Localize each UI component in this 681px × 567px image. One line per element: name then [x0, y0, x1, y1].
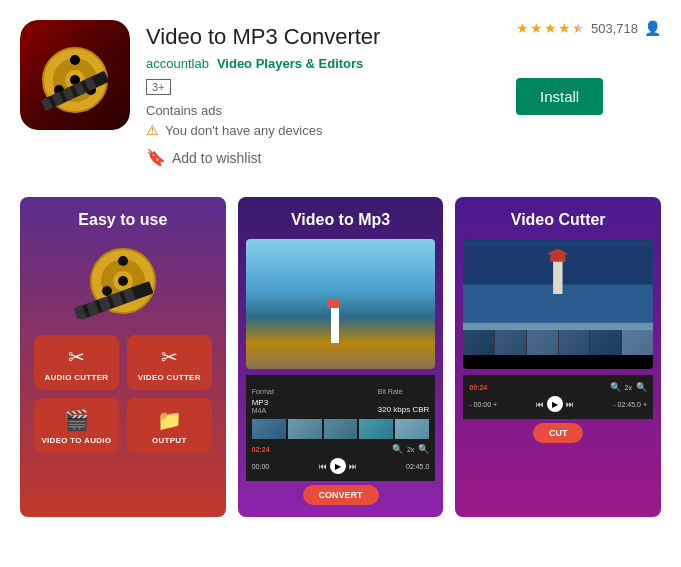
cut-button[interactable]: CUT — [533, 423, 584, 443]
frame-5 — [395, 419, 429, 439]
ff-2 — [495, 330, 526, 355]
zoom-level: 2x — [407, 446, 414, 453]
time-end-2: 02:45.0 — [406, 463, 429, 470]
video-to-audio-label: VIDEO TO AUDIO — [41, 436, 111, 445]
play-button-3: ▶ — [547, 396, 563, 412]
screenshot-1: Easy to use — [20, 197, 226, 517]
video-to-audio-btn: 🎬 VIDEO TO AUDIO — [34, 398, 119, 453]
warning-row: ⚠ You don't have any devices — [146, 122, 500, 138]
video-to-audio-icon: 🎬 — [64, 408, 89, 432]
star-2: ★ — [530, 20, 543, 36]
app-icon — [20, 20, 130, 130]
category-tag[interactable]: Video Players & Editors — [217, 56, 363, 71]
zoom-out-icon: 🔍 — [418, 444, 429, 454]
playback-controls-3: - 00:00 + ⏮ ▶ ⏭ - 02:45.0 + — [469, 394, 647, 414]
ff-6 — [622, 330, 653, 355]
right-panel: ★ ★ ★ ★ ★ 503,718 👤 Install — [516, 20, 661, 115]
play-button-2: ▶ — [330, 458, 346, 474]
time-in-3: - 00:00 + — [469, 401, 497, 408]
svg-point-19 — [102, 286, 112, 296]
cutter-zoom-row: 00:24 🔍 2x 🔍 — [469, 380, 647, 394]
menu-buttons-grid: ✂ AUDIO CUTTER ✂ VIDEO CUTTER 🎬 VIDEO TO… — [28, 329, 218, 459]
film-strip-3 — [463, 330, 653, 355]
bitrate-label: Bit Rate — [378, 388, 403, 395]
warning-icon: ⚠ — [146, 122, 159, 138]
play-btns: ⏮ ▶ ⏭ — [319, 458, 357, 474]
warning-text: You don't have any devices — [165, 123, 322, 138]
playback-controls-2: 00:00 ⏮ ▶ ⏭ 02:45.0 — [252, 456, 430, 476]
output-icon: 📁 — [157, 408, 182, 432]
format-row: Format MP3 M4A Bit Rate 320 kbps CBR — [252, 380, 430, 416]
app-page: Video to MP3 Converter accountlab Video … — [0, 0, 681, 537]
video-cutter-btn: ✂ VIDEO CUTTER — [127, 335, 212, 390]
app-title: Video to MP3 Converter — [146, 24, 500, 50]
convert-button[interactable]: CONVERT — [303, 485, 379, 505]
cutter-zoom-in-icon: 🔍 — [610, 382, 621, 392]
mp3-controls: Format MP3 M4A Bit Rate 320 kbps CBR — [246, 375, 436, 481]
wishlist-row[interactable]: 🔖 Add to wishlist — [146, 148, 500, 167]
svg-point-16 — [118, 276, 128, 286]
zoom-controls: 🔍 2x 🔍 — [392, 444, 429, 454]
star-half: ★ — [572, 20, 585, 36]
audio-cutter-btn: ✂ AUDIO CUTTER — [34, 335, 119, 390]
cutter-controls: 00:24 🔍 2x 🔍 - 00:00 + ⏮ ▶ ⏭ — [463, 375, 653, 419]
skip-fwd-icon: ⏭ — [349, 462, 357, 471]
output-btn: 📁 OUTPUT — [127, 398, 212, 453]
star-4: ★ — [558, 20, 571, 36]
screenshots-section: Easy to use — [0, 177, 681, 537]
audio-cutter-icon: ✂ — [68, 345, 85, 369]
screenshot-2-content: Format MP3 M4A Bit Rate 320 kbps CBR — [238, 239, 444, 505]
video-preview-2 — [246, 239, 436, 369]
frame-3 — [324, 419, 358, 439]
svg-point-4 — [70, 55, 80, 65]
video-cutter-icon: ✂ — [161, 345, 178, 369]
svg-rect-29 — [551, 255, 566, 263]
lighthouse-bg — [246, 239, 436, 369]
age-badge: 3+ — [146, 77, 500, 103]
time-start-2: 00:00 — [252, 463, 270, 470]
cutter-zoom-out-icon: 🔍 — [636, 382, 647, 392]
lighthouse-bg-3 — [463, 239, 653, 330]
ff-1 — [463, 330, 494, 355]
frame-2 — [288, 419, 322, 439]
app-header: Video to MP3 Converter accountlab Video … — [0, 0, 681, 177]
screenshot-3-title: Video Cutter — [455, 197, 661, 239]
wishlist-icon: 🔖 — [146, 148, 166, 167]
zoom-in-icon: 🔍 — [392, 444, 403, 454]
video-preview-3 — [463, 239, 653, 369]
audio-cutter-label: AUDIO CUTTER — [44, 373, 108, 382]
format-value: MP3 — [252, 398, 274, 407]
bitrate-value: 320 kbps CBR — [378, 405, 430, 414]
star-1: ★ — [516, 20, 529, 36]
lighthouse-top — [327, 300, 339, 308]
ff-3 — [527, 330, 558, 355]
output-label: OUTPUT — [152, 436, 187, 445]
time-marker: 02:24 — [252, 446, 270, 453]
app-meta-row: accountlab Video Players & Editors — [146, 56, 500, 71]
cutter-zoom-controls: 🔍 2x 🔍 — [610, 382, 647, 392]
format-m4a: M4A — [252, 407, 274, 414]
zoom-row: 02:24 🔍 2x 🔍 — [252, 442, 430, 456]
contains-ads-label: Contains ads — [146, 103, 500, 118]
cutter-time-marker: 00:24 — [469, 384, 487, 391]
screenshot-1-content: ✂ AUDIO CUTTER ✂ VIDEO CUTTER 🎬 VIDEO TO… — [20, 239, 226, 459]
lighthouse-tower — [331, 308, 339, 343]
age-rating: 3+ — [146, 79, 171, 95]
ff-5 — [590, 330, 621, 355]
developer-name[interactable]: accountlab — [146, 56, 209, 71]
app-info-section: Video to MP3 Converter accountlab Video … — [146, 20, 500, 167]
wishlist-label: Add to wishlist — [172, 150, 261, 166]
frame-1 — [252, 419, 286, 439]
rating-count: 503,718 — [591, 21, 638, 36]
rating-row: ★ ★ ★ ★ ★ 503,718 👤 — [516, 20, 661, 36]
screenshot-1-title: Easy to use — [20, 197, 226, 239]
svg-rect-28 — [553, 256, 562, 294]
video-cutter-label: VIDEO CUTTER — [138, 373, 201, 382]
install-button[interactable]: Install — [516, 78, 603, 115]
screenshot-2-title: Video to Mp3 — [238, 197, 444, 239]
timeline-strip — [252, 419, 430, 439]
screenshot-3: Video Cutter — [455, 197, 661, 517]
screenshot-2: Video to Mp3 Format MP3 — [238, 197, 444, 517]
screenshot-3-content: 00:24 🔍 2x 🔍 - 00:00 + ⏮ ▶ ⏭ — [455, 239, 661, 443]
format-label: Format — [252, 388, 274, 395]
